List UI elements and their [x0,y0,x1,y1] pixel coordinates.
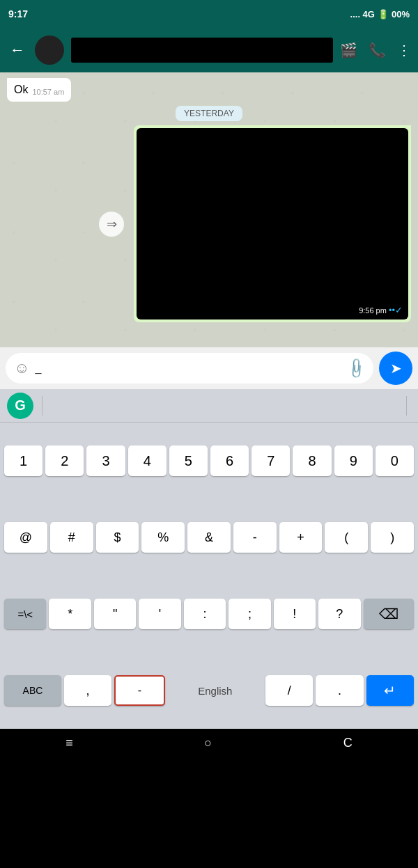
attachment-button[interactable]: 📎 [344,356,369,381]
contact-name-block [71,38,333,63]
video-message-wrapper: ⇒ 9:56 pm ••✓ [134,125,411,322]
status-right: .... 4G 🔋 00% [350,9,410,19]
status-bar: 9:17 .... 4G 🔋 00% [0,0,418,28]
menu-nav-icon[interactable]: ≡ [65,736,73,750]
video-call-button[interactable]: 🎬 [340,42,357,58]
emoji-button[interactable]: ☺ [14,359,29,377]
keyboard: G 1 2 3 4 5 6 7 8 9 0 @ # $ % & - + ( ) … [0,389,418,729]
symbol-row-2: =\< * " ' : ; ! ? ⌫ [0,576,418,652]
key-colon[interactable]: : [184,599,226,629]
video-player[interactable] [137,128,408,319]
signal-icon: .... 4G [350,9,375,19]
send-button[interactable]: ➤ [379,352,412,385]
key-question[interactable]: ? [318,599,360,629]
key-9[interactable]: 9 [334,445,373,476]
home-nav-icon[interactable]: ○ [204,736,212,750]
contact-avatar[interactable] [35,35,64,65]
video-message[interactable]: 9:56 pm ••✓ [134,125,411,322]
message-input[interactable]: _ [35,362,342,374]
key-6[interactable]: 6 [210,445,249,476]
key-2[interactable]: 2 [45,445,84,476]
back-button[interactable]: ← [7,38,28,62]
key-language[interactable]: English [168,675,263,706]
bottom-navigation: ≡ ○ C [0,729,418,757]
symbol-row-1: @ # $ % & - + ( ) [0,499,418,576]
status-time: 9:17 [8,8,28,19]
key-percent[interactable]: % [141,522,185,553]
key-at[interactable]: @ [4,522,47,553]
key-5[interactable]: 5 [169,445,208,476]
bottom-row: ABC , - English / . ↵ [0,652,418,729]
send-icon: ➤ [390,360,402,377]
key-special-chars[interactable]: =\< [4,599,46,629]
backspace-key[interactable]: ⌫ [364,599,415,629]
key-exclamation[interactable]: ! [274,599,316,629]
key-slash[interactable]: / [265,675,313,706]
key-asterisk[interactable]: * [49,599,91,629]
message-text: Ok [14,84,28,96]
more-options-button[interactable]: ⋮ [397,42,411,58]
forward-button[interactable]: ⇒ [99,212,124,237]
key-dollar[interactable]: $ [96,522,139,553]
double-tick-icon: ••✓ [389,305,403,315]
chat-header: ← 🎬 📞 ⋮ [0,28,418,72]
voice-call-button[interactable]: 📞 [369,42,386,58]
key-quote[interactable]: " [94,599,136,629]
key-space-dash[interactable]: - [114,675,164,706]
messages-list: Ok 10:57 am YESTERDAY ⇒ 9:56 pm ••✓ [0,72,418,347]
key-close-paren[interactable]: ) [371,522,414,553]
key-minus[interactable]: - [233,522,277,553]
battery-icon: 🔋 [378,9,389,19]
key-semicolon[interactable]: ; [229,599,270,629]
message-input-area: ☺ _ 📎 ➤ [0,347,418,389]
key-return[interactable]: ↵ [366,675,414,706]
message-input-box: ☺ _ 📎 [6,353,373,384]
key-hash[interactable]: # [50,522,93,553]
key-3[interactable]: 3 [86,445,125,476]
key-7[interactable]: 7 [251,445,290,476]
number-row: 1 2 3 4 5 6 7 8 9 0 [0,423,418,499]
date-divider-yesterday: YESTERDAY [176,106,242,121]
key-open-paren[interactable]: ( [325,522,368,553]
back-nav-icon[interactable]: C [343,736,353,750]
message-time: 10:57 am [32,88,64,96]
key-8[interactable]: 8 [293,445,331,476]
chat-area: Ok 10:57 am YESTERDAY ⇒ 9:56 pm ••✓ [0,72,418,347]
keyboard-toolbar: G [0,389,418,423]
header-actions: 🎬 📞 ⋮ [340,42,411,58]
battery-percent: 00% [392,9,410,19]
toolbar-divider [42,396,42,416]
message-ok: Ok 10:57 am [7,78,71,102]
key-ampersand[interactable]: & [187,522,231,553]
key-period[interactable]: . [316,675,363,706]
key-plus[interactable]: + [279,522,323,553]
key-1[interactable]: 1 [4,445,42,476]
key-comma[interactable]: , [64,675,111,706]
key-abc[interactable]: ABC [4,675,61,706]
key-0[interactable]: 0 [376,445,414,476]
video-message-time: 9:56 pm ••✓ [359,305,403,315]
grammarly-button[interactable]: G [7,393,33,419]
key-4[interactable]: 4 [128,445,167,476]
toolbar-divider2 [406,396,407,416]
key-apostrophe[interactable]: ' [139,599,180,629]
